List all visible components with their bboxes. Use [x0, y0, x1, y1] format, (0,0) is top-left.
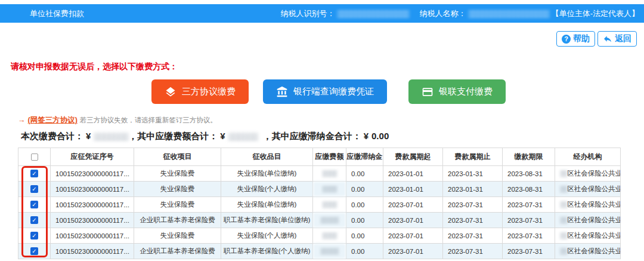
currency-symbol: ¥ [220, 131, 225, 141]
levy-item-cell: 职工基本养老保险(个人缴纳) [221, 244, 313, 259]
row-checkbox-cell: ✓ [18, 244, 51, 259]
unionpay-payment-label: 银联支付缴费 [439, 86, 493, 97]
row-checkbox-cell: ✓ [18, 228, 51, 244]
table-row: ✓ 100150230000000117... 失业保险费 失业保险(个人缴纳)… [18, 228, 621, 244]
currency-symbol: ¥ [86, 131, 91, 141]
row-checkbox[interactable]: ✓ [30, 232, 38, 239]
agency-cell: ▒▒区社会保险公共业务... [555, 244, 621, 259]
taxpayer-name-value-redacted: ▒▒▒▒▒▒▒▒▒▒▒▒▒▒▒▒▒▒ [469, 10, 549, 18]
agency-cell: ▒▒区社会保险公共业务... [555, 182, 621, 197]
agency-name: 区社会保险公共业务... [567, 170, 620, 177]
period-end-cell: 2023-01-31 [443, 166, 503, 182]
unionpay-payment-button[interactable]: 银联支付缴费 [408, 79, 506, 104]
fee-amount-redacted: ▒▒▒▒▒▒ [228, 132, 263, 141]
toolbar-row: ? 帮助 返回 [0, 31, 644, 47]
agency-prefix-redacted: ▒▒ [560, 170, 567, 177]
currency-symbol: ¥ [364, 131, 369, 141]
row-checkbox[interactable]: ✓ [30, 201, 38, 208]
column-header: 缴款期限 [503, 148, 555, 166]
help-button[interactable]: ? 帮助 [556, 31, 595, 47]
page-title: 单位社保费扣款 [30, 8, 84, 19]
select-all-header-cell [18, 148, 51, 166]
column-header: 应征凭证序号 [51, 148, 134, 166]
column-header: 费款属期止 [443, 148, 503, 166]
column-header: 应缴费额 [313, 148, 346, 166]
late-fee-cell: 0.00 [346, 197, 383, 213]
levy-project-cell: 失业保险费 [134, 182, 221, 197]
taxpayer-id-value-redacted: ▒▒▒▒▒▒▒▒▒▒▒▒▒▒▒▒ [338, 10, 409, 18]
row-checkbox-cell: ✓ [18, 197, 51, 213]
back-button[interactable]: 返回 [597, 31, 637, 47]
amount-due-cell-redacted: ▒▒▒▒▒ [313, 244, 346, 259]
taxpayer-name-label: 纳税人名称： [420, 8, 466, 19]
levy-project-cell: 失业保险费 [134, 166, 221, 182]
amount-due-cell-redacted: ▒▒▒▒▒ [313, 213, 346, 228]
tripartite-payment-button[interactable]: 三方协议缴费 [151, 79, 249, 104]
row-checkbox-cell: ✓ [18, 182, 51, 197]
agency-prefix-redacted: ▒▒ [560, 248, 567, 254]
levy-item-cell: 失业保险(单位缴纳) [221, 197, 313, 213]
payment-buttons-row: 三方协议缴费 银行端查询缴费凭证 银联支付缴费 [0, 79, 644, 104]
bank-icon [276, 86, 288, 98]
levy-item-cell: 职工基本养老保险(单位缴纳) [221, 213, 313, 228]
table-row: ✓ 100150230000000117... 失业保险费 失业保险(单位缴纳)… [18, 197, 621, 213]
row-checkbox-cell: ✓ [18, 213, 51, 228]
table-body: ✓ 100150230000000117... 失业保险费 失业保险(单位缴纳)… [18, 166, 621, 259]
total-amount-redacted: ▒▒▒▒▒▒▒ [94, 132, 128, 141]
row-checkbox[interactable]: ✓ [30, 170, 38, 177]
agency-prefix-redacted: ▒▒ [560, 186, 567, 192]
back-button-label: 返回 [615, 33, 631, 44]
levy-project-cell: 企业职工基本养老保险费 [134, 213, 221, 228]
deadline-cell: 2023-08-31 [503, 182, 555, 197]
fee-total-label: ，其中应缴费额合计： [128, 131, 218, 142]
agency-name: 区社会保险公共业务... [567, 247, 620, 254]
period-end-cell: 2023-07-31 [443, 197, 503, 213]
levy-item-cell: 失业保险(个人缴纳) [221, 228, 313, 244]
agency-name: 区社会保险公共业务... [567, 185, 620, 192]
question-circle-icon: ? [562, 35, 571, 44]
voucher-number-cell: 100150230000000117... [51, 197, 134, 213]
agreement-line: → (网签三方协议) 若三方协议失效，请选择重新签订三方协议。 [18, 115, 644, 125]
return-arrow-icon [603, 34, 612, 44]
agency-name: 区社会保险公共业务... [567, 232, 620, 239]
agency-cell: ▒▒区社会保险公共业务... [555, 213, 621, 228]
column-header: 应缴滞纳金 [346, 148, 383, 166]
help-button-label: 帮助 [573, 33, 590, 44]
amount-due-cell-redacted: ▒▒▒▒ [313, 197, 346, 213]
table-row: ✓ 100150230000000117... 企业职工基本养老保险费 职工基本… [18, 213, 621, 228]
period-end-cell: 2023-01-31 [443, 182, 503, 197]
select-all-checkbox[interactable] [31, 153, 38, 161]
row-checkbox[interactable]: ✓ [30, 247, 38, 255]
page: 单位社保费扣款 纳税人识别号： ▒▒▒▒▒▒▒▒▒▒▒▒▒▒▒▒ 纳税人名称： … [0, 4, 644, 261]
levy-item-cell: 失业保险(单位缴纳) [221, 166, 313, 182]
period-start-cell: 2023-07-01 [383, 197, 443, 213]
late-fee-cell: 0.00 [346, 244, 383, 259]
late-fee-cell: 0.00 [346, 166, 383, 182]
levy-project-cell: 失业保险费 [134, 197, 221, 213]
table-header-row: 应征凭证序号征收项目征收品目应缴费额应缴滞纳金费款属期起费款属期止缴款期限经办机… [18, 148, 621, 166]
payment-items-table: 应征凭证序号征收项目征收品目应缴费额应缴滞纳金费款属期起费款属期止缴款期限经办机… [18, 148, 621, 259]
taxpayer-id-label: 纳税人识别号： [281, 8, 335, 19]
online-tripartite-agreement-link[interactable]: (网签三方协议) [28, 115, 78, 125]
voucher-number-cell: 100150230000000117... [51, 166, 134, 182]
late-fee-cell: 0.00 [346, 213, 383, 228]
deadline-cell: 2023-07-31 [503, 228, 555, 244]
row-checkbox-cell: ✓ [18, 166, 51, 182]
bank-query-voucher-button[interactable]: 银行端查询缴费凭证 [263, 79, 387, 104]
amount-due-cell-redacted: ▒▒▒▒ [313, 182, 346, 197]
levy-project-cell: 失业保险费 [134, 228, 221, 244]
levy-project-cell: 企业职工基本养老保险费 [134, 244, 221, 259]
late-fee-cell: 0.00 [346, 182, 383, 197]
row-checkbox[interactable]: ✓ [30, 216, 38, 224]
period-end-cell: 2023-07-31 [443, 213, 503, 228]
row-checkbox[interactable]: ✓ [30, 185, 38, 193]
deadline-cell: 2023-07-31 [503, 197, 555, 213]
period-end-cell: 2023-07-31 [443, 244, 503, 259]
agency-cell: ▒▒区社会保险公共业务... [555, 166, 621, 182]
card-icon [422, 86, 434, 98]
agency-name: 区社会保险公共业务... [567, 216, 620, 223]
period-start-cell: 2023-07-01 [383, 228, 443, 244]
levy-item-cell: 失业保险(个人缴纳) [221, 182, 313, 197]
agency-cell: ▒▒区社会保险公共业务... [555, 228, 621, 244]
total-label: 本次缴费合计： [21, 131, 83, 142]
